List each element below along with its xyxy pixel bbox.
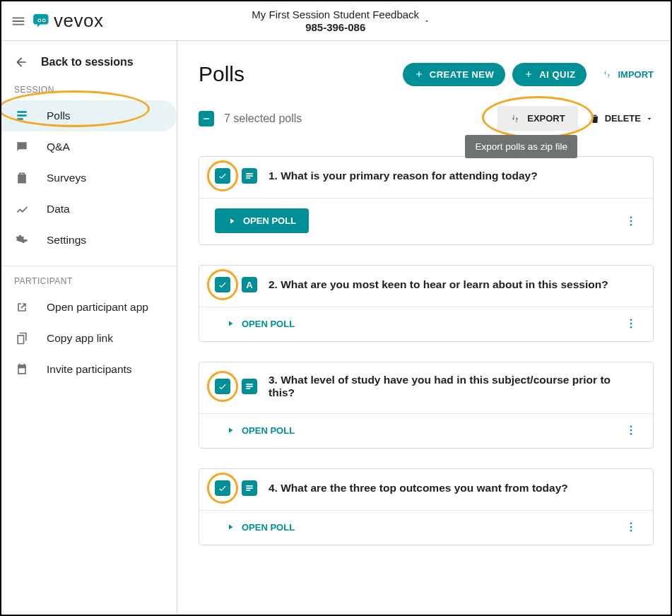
section-participant-label: PARTICIPANT: [1, 276, 177, 292]
poll-more-menu[interactable]: [625, 521, 637, 533]
poll-checkbox[interactable]: [215, 168, 230, 184]
create-new-button[interactable]: CREATE NEW: [403, 63, 505, 86]
plus-icon: [524, 69, 534, 79]
open-poll-label: OPEN POLL: [243, 215, 296, 226]
poll-card: A2. What are you most keen to hear or le…: [199, 265, 654, 342]
chevron-down-icon[interactable]: [423, 18, 430, 25]
poll-question: 4. What are the three top outcomes you w…: [269, 482, 568, 494]
plus-icon: [414, 69, 424, 79]
gear-icon: [14, 233, 30, 247]
export-icon: [510, 114, 520, 124]
svg-point-13: [630, 433, 632, 435]
page-title: Polls: [199, 62, 244, 86]
sidebar-item-label: Invite participants: [47, 363, 132, 376]
svg-point-2: [39, 19, 40, 20]
poll-checkbox[interactable]: [215, 480, 230, 496]
arrow-left-icon: [14, 55, 28, 69]
sidebar-item-label: Copy app link: [47, 332, 113, 345]
main-content: Polls CREATE NEW AI QUIZ IMPORT: [177, 41, 671, 615]
poll-question: 1. What is your primary reason for atten…: [269, 170, 538, 182]
sidebar-item-settings[interactable]: Settings: [1, 225, 177, 256]
polls-icon: [14, 109, 30, 123]
open-poll-label: OPEN POLL: [242, 425, 295, 436]
poll-card: 3. What level of study have you had in t…: [199, 362, 654, 449]
select-all-checkbox[interactable]: [199, 111, 214, 126]
play-icon: [226, 319, 235, 328]
logo-icon: [33, 12, 51, 30]
svg-point-6: [630, 220, 632, 222]
back-label: Back to sessions: [41, 56, 134, 69]
delete-label: DELETE: [605, 113, 641, 124]
poll-more-menu[interactable]: [625, 424, 637, 437]
export-button[interactable]: EXPORT: [497, 106, 577, 131]
poll-card: 1. What is your primary reason for atten…: [199, 156, 654, 245]
sidebar-item-invite-participants[interactable]: Invite participants: [1, 354, 177, 385]
export-tooltip: Export polls as zip file: [465, 135, 577, 158]
sidebar-item-label: Q&A: [47, 141, 70, 153]
ai-quiz-button[interactable]: AI QUIZ: [512, 63, 586, 86]
poll-question: 3. What level of study have you had in t…: [269, 374, 637, 399]
svg-point-10: [630, 326, 632, 328]
top-bar: vevox My First Session Student Feedback …: [1, 1, 671, 41]
poll-checkbox[interactable]: [215, 277, 230, 292]
sidebar: Back to sessions SESSION Polls Q&A: [1, 41, 177, 615]
open-poll-button[interactable]: OPEN POLL: [215, 425, 295, 436]
sidebar-item-label: Data: [47, 203, 70, 215]
svg-point-12: [630, 430, 632, 432]
poll-more-menu[interactable]: [625, 317, 637, 330]
session-title-block[interactable]: My First Session Student Feedback 985-39…: [252, 8, 419, 33]
clipboard-icon: [14, 171, 30, 185]
open-poll-button[interactable]: OPEN POLL: [215, 319, 295, 329]
trash-icon: [589, 113, 601, 124]
external-link-icon: [14, 300, 30, 314]
sidebar-item-copy-app-link[interactable]: Copy app link: [1, 323, 177, 354]
svg-point-14: [630, 522, 632, 524]
play-icon: [228, 217, 236, 225]
app-logo[interactable]: vevox: [33, 10, 103, 32]
sidebar-item-label: Polls: [47, 109, 71, 122]
back-to-sessions[interactable]: Back to sessions: [1, 51, 177, 85]
poll-type-icon: [242, 379, 257, 394]
svg-point-15: [630, 526, 632, 528]
open-poll-label: OPEN POLL: [242, 522, 295, 533]
poll-type-icon: A: [242, 277, 257, 292]
sidebar-item-data[interactable]: Data: [1, 194, 177, 225]
import-icon: [602, 69, 612, 79]
chevron-down-icon: [645, 114, 654, 123]
import-button[interactable]: IMPORT: [602, 69, 654, 80]
play-icon: [226, 426, 235, 434]
svg-point-7: [630, 223, 632, 225]
delete-button[interactable]: DELETE: [589, 113, 654, 124]
poll-more-menu[interactable]: [625, 215, 637, 227]
sidebar-item-surveys[interactable]: Surveys: [1, 162, 177, 194]
section-session-label: SESSION: [1, 85, 177, 100]
chart-line-icon: [14, 202, 30, 216]
sidebar-item-open-participant-app[interactable]: Open participant app: [1, 292, 177, 323]
poll-type-icon: [242, 168, 257, 184]
selected-count: 7 selected polls: [224, 112, 302, 125]
svg-point-3: [43, 19, 45, 20]
open-poll-button[interactable]: OPEN POLL: [215, 522, 295, 533]
svg-point-9: [630, 323, 632, 325]
export-label: EXPORT: [527, 113, 565, 124]
copy-icon: [14, 331, 30, 345]
session-title: My First Session Student Feedback: [252, 8, 419, 20]
sidebar-item-qa[interactable]: Q&A: [1, 131, 177, 162]
svg-point-11: [630, 425, 632, 427]
sidebar-item-label: Open participant app: [47, 301, 148, 314]
sidebar-item-label: Settings: [47, 234, 86, 247]
chat-icon: [14, 140, 30, 154]
import-label: IMPORT: [618, 69, 654, 80]
sidebar-item-label: Surveys: [47, 172, 86, 184]
svg-point-16: [630, 530, 632, 532]
session-code: 985-396-086: [252, 21, 419, 33]
svg-point-8: [630, 319, 632, 321]
create-new-label: CREATE NEW: [430, 69, 494, 80]
ai-quiz-label: AI QUIZ: [539, 69, 575, 80]
logo-text: vevox: [54, 10, 103, 32]
menu-icon[interactable]: [8, 11, 28, 31]
poll-checkbox[interactable]: [215, 379, 230, 394]
poll-type-icon: [242, 480, 257, 496]
open-poll-button[interactable]: OPEN POLL: [215, 208, 309, 233]
sidebar-item-polls[interactable]: Polls: [1, 100, 177, 131]
